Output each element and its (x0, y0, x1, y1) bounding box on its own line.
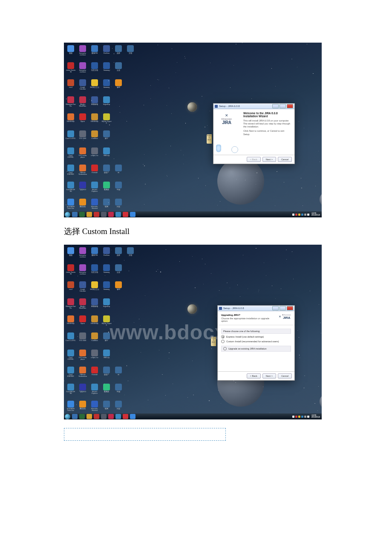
desktop-icon[interactable]: 日志 (113, 199, 124, 212)
desktop-icon[interactable]: Photosho. Shortcut (89, 199, 100, 212)
desktop-icon[interactable]: 企业 (113, 62, 124, 76)
desktop-icon[interactable]: HEIDISQL (89, 315, 100, 329)
desktop-icon[interactable]: TCS 2009 (78, 130, 88, 144)
desktop-icon[interactable]: 管理 (113, 281, 124, 295)
desktop-icon[interactable]: Enterprise Architect (78, 45, 88, 59)
desktop-icon[interactable]: Samsung (101, 281, 112, 295)
tray-icon[interactable] (292, 416, 294, 418)
desktop-icon[interactable]: 品牌 (113, 247, 124, 261)
desktop-icon[interactable]: Minimum Part No. (66, 298, 76, 312)
desktop-icon[interactable]: 日志 (113, 401, 124, 414)
taskbar-item[interactable] (72, 414, 78, 419)
desktop-icon[interactable]: 360安全卫士 (89, 79, 100, 93)
desktop-icon[interactable]: Corel CONNE. (66, 350, 76, 363)
taskbar-item[interactable] (115, 414, 121, 419)
desktop-icon[interactable]: 中国 (113, 182, 124, 195)
system-tray[interactable]: 13:55 2013/8/18 (292, 213, 320, 217)
close-button[interactable] (287, 306, 293, 310)
start-button[interactable] (65, 414, 70, 419)
desktop-icon[interactable]: 飞信2013 (78, 384, 88, 397)
desktop-icon[interactable]: SogouExp (101, 298, 112, 312)
taskbar-item[interactable] (130, 414, 135, 419)
tray-icon[interactable] (301, 416, 303, 418)
desktop-icon[interactable]: Enterprise Architect (78, 247, 88, 261)
desktop-icon[interactable]: ConMoni (89, 332, 100, 346)
taskbar-item[interactable] (79, 414, 85, 419)
desktop-icon[interactable]: 最高级 (101, 384, 112, 397)
desktop-icon[interactable]: 画图 (66, 247, 76, 261)
desktop-icon[interactable]: Corel PHOTOP. (66, 367, 76, 380)
desktop-icon[interactable]: 管理 (113, 79, 124, 93)
desktop-icon[interactable]: 迅雷文档 (89, 264, 100, 278)
cancel-button[interactable]: Cancel (278, 373, 292, 379)
minimize-button[interactable] (272, 306, 279, 310)
desktop-icon[interactable]: 最高级 (101, 182, 112, 195)
desktop-icon[interactable]: SogouExp (101, 96, 112, 110)
desktop-icon[interactable]: Corel CAPTU. (66, 332, 76, 346)
radio-express[interactable]: Express Install (use default settings) (221, 335, 291, 338)
desktop-icon[interactable]: Foxmail (89, 367, 100, 380)
taskbar-item[interactable] (94, 414, 99, 419)
radio-icon[interactable] (223, 347, 227, 350)
desktop-icon[interactable]: Samsung (101, 62, 112, 76)
taskbar-item[interactable] (123, 414, 128, 419)
desktop-icon[interactable]: Samsung (101, 79, 112, 93)
desktop-icon[interactable]: 固定产 (101, 165, 112, 178)
tray-icon[interactable] (295, 214, 297, 216)
back-button[interactable]: < Back (247, 373, 261, 379)
desktop-icon[interactable]: VLC media player (78, 350, 88, 363)
desktop-icon[interactable]: Samsung (101, 264, 112, 278)
desktop-icon[interactable]: 飞信2013 (78, 182, 88, 195)
desktop-icon[interactable]: eclipse.exe (89, 147, 100, 161)
radio-icon[interactable] (221, 340, 225, 343)
taskbar-item[interactable] (101, 414, 107, 419)
desktop-icon[interactable]: 文档 (125, 45, 135, 59)
desktop-icon[interactable]: Enterprise Architect (78, 264, 88, 278)
desktop-icon[interactable]: Google Calendar (78, 79, 88, 93)
desktop-icon[interactable]: excel (66, 79, 76, 93)
radio-upgrade[interactable]: Upgrade an existing JIRA installation (221, 346, 291, 352)
tray-icon[interactable] (298, 214, 300, 216)
taskbar-item[interactable] (108, 212, 114, 217)
taskbar[interactable]: 13:55 2013/8/18 (64, 413, 322, 419)
desktop-icon[interactable]: SQLite Expert P. (101, 113, 112, 127)
taskbar[interactable]: 13:55 2013/8/18 (64, 211, 322, 217)
desktop-icon[interactable]: 脚下 (101, 130, 112, 144)
tray-icon[interactable] (304, 214, 306, 216)
desktop-icon[interactable]: 酷狗TM (89, 247, 100, 261)
desktop-icon[interactable]: excel (66, 281, 76, 295)
desktop-icon[interactable]: 脚下 (101, 332, 112, 346)
desktop-icon[interactable]: CorelDRAW X6 (66, 384, 76, 397)
desktop-icon[interactable]: TCS 2009 (78, 332, 88, 346)
desktop-icon[interactable]: 酷狗TM (89, 45, 100, 59)
installer-welcome-window[interactable]: Setup - JIRA 6.0.8 ✕ Atlassian JIRA (213, 103, 295, 164)
desktop-icon[interactable]: 企业 (113, 264, 124, 278)
desktop-icon[interactable]: Minimum Part No. (66, 96, 76, 110)
system-tray[interactable]: 13:55 2013/8/18 (292, 415, 320, 419)
desktop-icon[interactable]: PrntScrn (101, 45, 112, 59)
desktop-icon[interactable]: Adobe Reader XI (66, 62, 76, 76)
desktop-icon[interactable]: Mindjet MindMan. (78, 298, 88, 312)
desktop-icon[interactable]: 腾讯QQ (78, 199, 88, 212)
taskbar-item[interactable] (72, 212, 78, 217)
desktop-icon[interactable]: IMR.zip (101, 350, 112, 363)
desktop-icon[interactable]: Corel CAPTU. (66, 130, 76, 144)
taskbar-item[interactable] (86, 212, 92, 217)
desktop-icon[interactable]: ConMoni (89, 130, 100, 144)
desktop-icon[interactable]: VMware Workstation (78, 165, 88, 178)
taskbar-item[interactable] (94, 212, 99, 217)
desktop-icon[interactable]: 网易邮箱 (89, 96, 100, 110)
start-button[interactable] (65, 212, 70, 217)
desktop-icon[interactable]: 文档 (125, 247, 135, 261)
desktop-icon[interactable]: ok (113, 165, 124, 178)
desktop-icon[interactable]: eclipse.exe (89, 350, 100, 363)
tray-icon[interactable] (307, 214, 309, 216)
minimize-button[interactable] (272, 104, 279, 108)
desktop-icon[interactable]: HEIDISQL (66, 113, 76, 127)
window-titlebar[interactable]: Setup - JIRA 6.0.8 (218, 306, 294, 311)
desktop-icon[interactable]: Opera (78, 113, 88, 127)
desktop-icon[interactable]: Internet Explorer (89, 384, 100, 397)
radio-custom[interactable]: Custom Install (recommended for advanced… (221, 340, 291, 343)
taskbar-item[interactable] (123, 212, 128, 217)
desktop-icon[interactable]: 固定产 (101, 367, 112, 380)
